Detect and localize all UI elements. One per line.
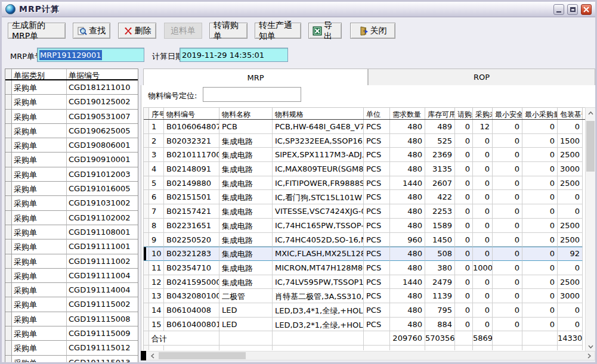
table-row[interactable]: 15B0610400801LEDLED,D3,2*1,全绿,+HOLD,DPCS… (144, 318, 585, 332)
table-row[interactable]: 采购单CGD191031002 (5, 196, 138, 210)
column-header[interactable]: 序号 (149, 108, 164, 119)
table-row[interactable]: 采购单CGD190910001 (5, 153, 138, 167)
table-row[interactable]: 采购单CGD191115008 (5, 312, 138, 326)
table-row[interactable]: 11B02354710集成电路MICRON,MT47H128M8CF-PCS48… (144, 261, 585, 275)
column-header[interactable]: 物料名称 (219, 108, 273, 119)
column-header[interactable]: 最小采购量 (522, 108, 558, 119)
close-form-button[interactable]: 关闭 (350, 23, 395, 39)
table-row[interactable]: 采购单CGD190531007 (5, 110, 138, 124)
minbuy-cell: 0 (522, 120, 558, 134)
table-row[interactable]: 7B02157421集成电路VITESSE,VSC7424XJG-02,PCS4… (144, 204, 585, 219)
table-row[interactable]: 2B02032321集成电路IC,SP3232EEA,SSOP16,3.0PCS… (144, 134, 585, 148)
table-row[interactable]: 4B02148091集成电路IC,MAX809TEUR(SGM809-PCS48… (144, 162, 585, 176)
tab-mrp[interactable]: MRP (143, 69, 368, 86)
column-header[interactable]: 包装基数 (558, 108, 583, 119)
pur-cell: 0 (473, 148, 493, 162)
table-row[interactable]: 采购单CGD190806001 (5, 138, 138, 153)
scroll-right-button[interactable] (584, 351, 595, 360)
avail-cell: 489 (425, 120, 455, 134)
req-cell: 0 (455, 190, 473, 204)
scroll-left-button[interactable] (147, 351, 158, 360)
name-cell: 集成电路 (219, 219, 273, 233)
row-selector (144, 318, 149, 332)
table-row[interactable]: 采购单CGD191108001 (5, 225, 138, 239)
table-row[interactable]: 采购单CGD191114004 (5, 283, 138, 297)
req-cell: 0 (455, 219, 473, 233)
scroll-down-button[interactable] (586, 341, 595, 351)
doc-type-cell: 采购单 (12, 254, 67, 269)
table-row[interactable]: 13B0432080100二极管肖特基二极管,3A,SS310,SMPCS480… (144, 289, 585, 303)
table-row[interactable]: 10B02321283集成电路MXIC,FLASH,MX25L12835FPCS… (144, 247, 585, 261)
table-row[interactable]: 采购单CGD191012003 (5, 167, 138, 182)
minbuy-cell: 0 (522, 289, 558, 303)
table-row[interactable]: 14B06104008LEDLED,D3,4*1,全绿,+HOLD,DPCS48… (144, 303, 585, 318)
to-requisition-button[interactable]: 转请购单 (209, 23, 248, 39)
demand-cell: 1440 (390, 176, 425, 191)
to-production-notice-button[interactable]: 转生产通知单 (255, 23, 301, 39)
table-row[interactable]: 3B0210111700集成电路SIPEX,SPX1117M3-ADJ,80PC… (144, 148, 585, 162)
unit-cell (364, 331, 390, 346)
avail-cell: 1450 (425, 233, 455, 247)
doc-type-cell: 采购单 (12, 269, 67, 283)
doc-type-cell: 采购单 (12, 356, 67, 363)
doc-no-cell: CGD191111004 (67, 269, 138, 283)
tab-rop[interactable]: ROP (368, 69, 595, 86)
column-header[interactable]: 需求数量 (390, 108, 425, 119)
code-cell: B0210111700 (164, 148, 219, 162)
table-row[interactable]: 采购单CGD191111004 (5, 269, 138, 283)
new-mrp-button[interactable]: 生成新的MRP单 (8, 23, 66, 39)
idx-cell: 12 (149, 275, 164, 290)
scroll-up-button[interactable] (586, 108, 595, 118)
table-row[interactable]: 采购单CGD191115012 (5, 341, 138, 355)
empty-cell (164, 346, 219, 350)
row-selector (144, 261, 149, 275)
demand-cell: 480 (390, 162, 425, 176)
table-row[interactable]: 12B0241595000集成电路IC,74LV595PW,TSSOP16/7P… (144, 275, 585, 290)
table-row[interactable]: 采购单CGD190125002 (5, 95, 138, 109)
table-row[interactable]: 采购单CGD191115009 (5, 326, 138, 341)
horizontal-scroll-thumb[interactable] (159, 352, 246, 359)
table-row[interactable]: 采购单CGD191115013 (5, 356, 138, 363)
close-button[interactable] (581, 4, 592, 15)
column-header[interactable]: 物料编号 (164, 108, 219, 119)
minimize-button[interactable] (553, 4, 564, 15)
calc-date-input[interactable]: 2019-11-29 14:35:01 (180, 48, 288, 62)
table-row[interactable]: 采购单CGD181211010 (5, 80, 138, 95)
column-header[interactable]: 最小安全库存 (493, 108, 522, 119)
table-row[interactable]: 采购单CGD191016005 (5, 182, 138, 196)
title-bar[interactable]: MRP计算 (2, 2, 595, 17)
minbuy-cell: 0 (522, 303, 558, 318)
mrp-no-input[interactable]: MRP191129001 (37, 48, 144, 62)
column-header[interactable]: 单位 (364, 108, 390, 119)
table-row[interactable]: 1B0106064807PCBPCB,HW-648I_G4E8_V7_20PCS… (144, 120, 585, 134)
pack-cell: 2500 (558, 233, 583, 247)
column-header[interactable]: 采购未到 (473, 108, 493, 119)
maximize-button[interactable] (567, 4, 578, 15)
material-locator-input[interactable] (203, 87, 301, 102)
column-header[interactable]: 物料规格 (273, 108, 364, 119)
table-row[interactable]: 采购单CGD191111001 (5, 239, 138, 254)
spec-cell (273, 331, 364, 346)
table-row[interactable]: 8B02231651集成电路IC,74HC165PW,TSSOP-16PCS48… (144, 219, 585, 233)
table-row[interactable]: 采购单CGD191102002 (5, 211, 138, 225)
doc-no-cell: CGD191016005 (67, 182, 138, 196)
table-row[interactable]: 采购单CGD191111002 (5, 254, 138, 269)
doc-type-cell: 采购单 (12, 283, 67, 297)
row-selector (5, 356, 12, 363)
table-row[interactable]: 6B02151501集成电路IC,看门狗,STC15L101WPCS480422… (144, 190, 585, 204)
column-header[interactable]: 请购未到 (455, 108, 473, 119)
pur-cell: 0 (473, 275, 493, 290)
code-cell: B02250520 (164, 233, 219, 247)
find-button[interactable]: 查找 (73, 23, 110, 39)
table-row[interactable]: 5B02149880集成电路IC,FITIPOWER,FR9888SPCPCS1… (144, 176, 585, 191)
table-row[interactable]: 9B02250520集成电路IC,74HC4052D,SO-16,NXPPCS9… (144, 233, 585, 247)
table-row[interactable]: 采购单CGD191115002 (5, 297, 138, 312)
material-locator-label: 物料编号定位: (148, 91, 197, 101)
column-header[interactable]: 库存可用量 (425, 108, 455, 119)
vertical-scroll-thumb[interactable] (586, 121, 595, 172)
table-row[interactable]: 采购单CGD190625005 (5, 124, 138, 138)
delete-button[interactable]: 删除 (118, 23, 156, 39)
export-button[interactable]: 导出 (308, 23, 342, 39)
name-cell: 集成电路 (219, 204, 273, 219)
chase-material-button[interactable]: 追料单 (164, 23, 202, 39)
